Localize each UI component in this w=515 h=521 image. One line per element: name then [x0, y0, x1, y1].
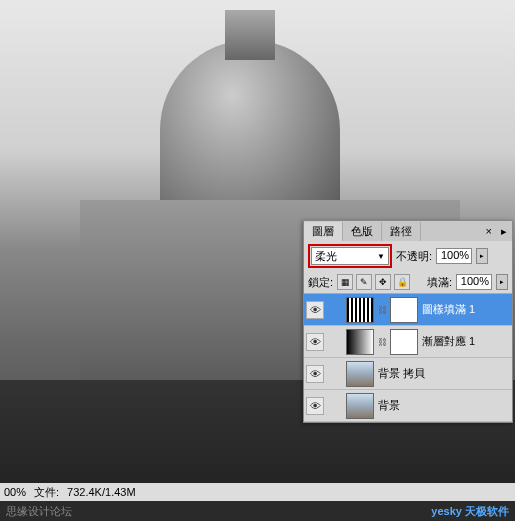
file-size: 732.4K/1.43M [67, 486, 136, 498]
layer-name-label[interactable]: 圖樣填滿 1 [422, 302, 510, 317]
layer-thumbnail[interactable] [346, 361, 374, 387]
opacity-input[interactable]: 100% [436, 248, 472, 264]
layer-row[interactable]: 👁 ⛓ 圖樣填滿 1 [304, 294, 512, 326]
tab-paths[interactable]: 路徑 [382, 222, 421, 241]
layer-thumbnail[interactable] [346, 297, 374, 323]
watermark-left: 思缘设计论坛 [6, 504, 72, 519]
visibility-eye-icon[interactable]: 👁 [306, 333, 324, 351]
fill-slider-icon[interactable]: ▸ [496, 274, 508, 290]
layer-row[interactable]: 👁 ⛓ 漸層對應 1 [304, 326, 512, 358]
layer-thumbnail[interactable] [346, 329, 374, 355]
fill-input[interactable]: 100% [456, 274, 492, 290]
image-content [225, 10, 275, 60]
lock-icons-group: ▦ ✎ ✥ 🔒 [337, 274, 410, 290]
mask-link-icon[interactable]: ⛓ [378, 305, 386, 315]
layers-panel: 圖層 色版 路徑 × ▸ 柔光 ▼ 不透明: 100% ▸ 鎖定: ▦ ✎ ✥ … [303, 220, 513, 423]
mask-link-icon[interactable]: ⛓ [378, 337, 386, 347]
layer-name-label[interactable]: 背景 [378, 398, 510, 413]
blend-opacity-row: 柔光 ▼ 不透明: 100% ▸ [304, 241, 512, 271]
lock-transparent-icon[interactable]: ▦ [337, 274, 353, 290]
lock-fill-row: 鎖定: ▦ ✎ ✥ 🔒 填滿: 100% ▸ [304, 271, 512, 293]
layer-name-label[interactable]: 背景 拷貝 [378, 366, 510, 381]
visibility-eye-icon[interactable]: 👁 [306, 365, 324, 383]
opacity-label: 不透明: [396, 249, 432, 264]
layer-name-label[interactable]: 漸層對應 1 [422, 334, 510, 349]
blend-mode-value: 柔光 [315, 249, 337, 264]
watermark-right: yesky 天极软件 [431, 504, 509, 519]
lock-all-icon[interactable]: 🔒 [394, 274, 410, 290]
layer-row[interactable]: 👁 背景 拷貝 [304, 358, 512, 390]
mask-thumbnail[interactable] [390, 297, 418, 323]
fill-label: 填滿: [427, 275, 452, 290]
lock-label: 鎖定: [308, 275, 333, 290]
status-bar: 00% 文件: 732.4K/1.43M [0, 483, 515, 501]
image-content [160, 40, 340, 220]
mask-thumbnail[interactable] [390, 329, 418, 355]
tab-close-icon[interactable]: × [486, 225, 496, 237]
layers-list: 👁 ⛓ 圖樣填滿 1 👁 ⛓ 漸層對應 1 👁 背景 拷貝 👁 背景 [304, 294, 512, 422]
zoom-level[interactable]: 00% [4, 486, 26, 498]
blend-mode-highlight: 柔光 ▼ [308, 244, 392, 268]
file-label: 文件: [34, 485, 59, 500]
opacity-slider-icon[interactable]: ▸ [476, 248, 488, 264]
lock-position-icon[interactable]: ✥ [375, 274, 391, 290]
chevron-down-icon: ▼ [377, 252, 385, 261]
layer-thumbnail[interactable] [346, 393, 374, 419]
visibility-eye-icon[interactable]: 👁 [306, 301, 324, 319]
layer-row[interactable]: 👁 背景 [304, 390, 512, 422]
visibility-eye-icon[interactable]: 👁 [306, 397, 324, 415]
tab-channels[interactable]: 色版 [343, 222, 382, 241]
lock-image-icon[interactable]: ✎ [356, 274, 372, 290]
panel-menu-icon[interactable]: ▸ [496, 225, 512, 238]
watermark-bar: 思缘设计论坛 yesky 天极软件 [0, 501, 515, 521]
panel-tabs: 圖層 色版 路徑 × ▸ [304, 221, 512, 241]
blend-mode-select[interactable]: 柔光 ▼ [311, 247, 389, 265]
tab-layers[interactable]: 圖層 [304, 222, 343, 241]
